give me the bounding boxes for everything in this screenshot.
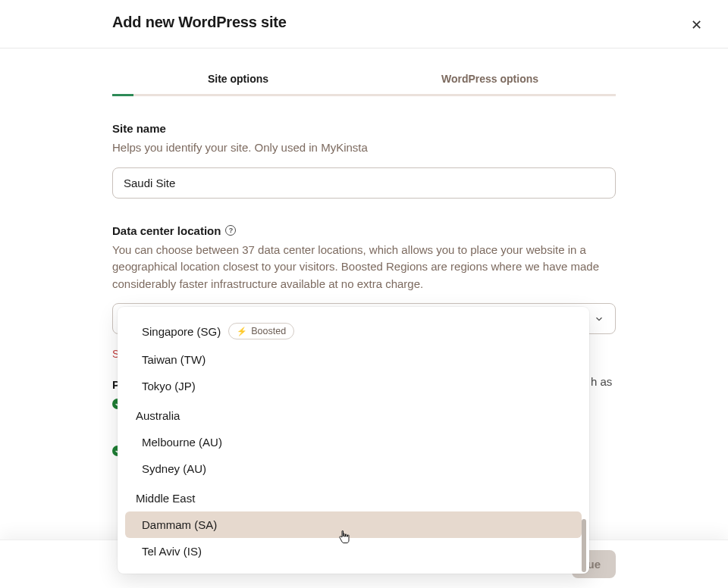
dc-option-singapore[interactable]: Singapore (SG) ⚡ Boosted — [125, 316, 582, 346]
cursor-pointer-icon — [338, 530, 350, 546]
dropdown-scrollbar[interactable] — [582, 519, 586, 572]
dc-option-label: Taiwan (TW) — [142, 353, 206, 366]
tab-wordpress-options[interactable]: WordPress options — [364, 67, 616, 94]
field-site-name: Site name Helps you identify your site. … — [112, 122, 616, 199]
wizard-tabs: Site options WordPress options — [112, 67, 616, 96]
site-name-input[interactable] — [112, 167, 616, 199]
tab-site-options[interactable]: Site options — [112, 67, 364, 94]
site-name-label: Site name — [112, 122, 166, 135]
dc-option-label: Tokyo (JP) — [142, 380, 196, 393]
dc-option-label: Sydney (AU) — [142, 462, 206, 475]
close-button[interactable]: ✕ — [688, 15, 705, 35]
datacenter-label: Data center location — [112, 224, 221, 237]
dc-group-middle-east: Middle East — [125, 485, 582, 511]
continue-label-fragment: ue — [587, 558, 601, 571]
modal-header: Add new WordPress site — [0, 0, 728, 48]
progress-indicator — [112, 94, 133, 96]
dc-option-label: Dammam (SA) — [142, 518, 217, 531]
dc-option-sydney[interactable]: Sydney (AU) — [125, 455, 582, 482]
modal-title: Add new WordPress site — [112, 14, 287, 31]
info-icon[interactable]: ? — [225, 225, 236, 236]
dc-option-dammam[interactable]: Dammam (SA) — [125, 511, 582, 538]
dc-option-tokyo[interactable]: Tokyo (JP) — [125, 373, 582, 399]
dc-option-taiwan[interactable]: Taiwan (TW) — [125, 346, 582, 373]
datacenter-help: You can choose between 37 data center lo… — [112, 242, 616, 293]
boosted-label: Boosted — [251, 326, 286, 336]
bolt-icon: ⚡ — [237, 327, 247, 336]
dc-option-telaviv[interactable]: Tel Aviv (IS) — [125, 538, 582, 565]
dc-option-label: Tel Aviv (IS) — [142, 545, 202, 558]
close-icon: ✕ — [691, 17, 702, 33]
dc-option-melbourne[interactable]: Melbourne (AU) — [125, 429, 582, 455]
chevron-down-icon — [594, 314, 604, 324]
text-overflow-peek: h as — [591, 375, 612, 388]
dc-group-australia: Australia — [125, 402, 582, 429]
dc-option-label: Melbourne (AU) — [142, 436, 222, 449]
dc-option-label: Singapore (SG) — [142, 325, 221, 338]
site-name-help: Helps you identify your site. Only used … — [112, 139, 616, 157]
boosted-badge: ⚡ Boosted — [228, 323, 294, 339]
datacenter-dropdown: Singapore (SG) ⚡ Boosted Taiwan (TW) Tok… — [118, 307, 589, 574]
